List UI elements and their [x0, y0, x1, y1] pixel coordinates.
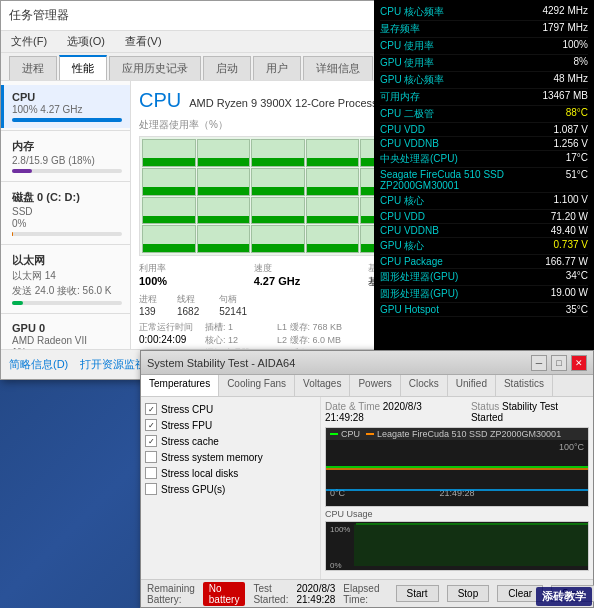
sidebar-ethernet-bar — [12, 301, 122, 305]
watermark-text: 添砖教学 — [542, 590, 586, 602]
cpu-core-10 — [306, 168, 360, 196]
aida-tab-temperatures[interactable]: Temperatures — [141, 375, 219, 396]
aida-tab-voltages[interactable]: Voltages — [295, 375, 350, 396]
hwinfo-row: CPU 使用率100% — [380, 38, 588, 55]
task-manager-title: 任务管理器 — [9, 7, 69, 24]
threads-label: 线程 — [177, 293, 199, 306]
stop-button[interactable]: Stop — [447, 585, 490, 602]
cache-info: L1 缓存: 768 KB L2 缓存: 6.0 MB L3 缓存: 64.0 … — [277, 321, 346, 349]
hwinfo-row-value: 1.256 V — [554, 138, 588, 149]
tab-performance[interactable]: 性能 — [59, 55, 107, 80]
handles-label: 句柄 — [219, 293, 247, 306]
sidebar-item-gpu[interactable]: GPU 0 AMD Radeon VII 1% — [1, 316, 130, 349]
sidebar-item-disk[interactable]: 磁盘 0 (C: D:) SSD 0% — [1, 184, 130, 242]
aida-datetime-row: Date & Time 2020/8/3 21:49:28 Status Sta… — [325, 401, 589, 423]
aida-minimize-btn[interactable]: ─ — [531, 355, 547, 371]
footer-link-brief[interactable]: 简略信息(D) — [9, 357, 68, 372]
aida-tab-clocks[interactable]: Clocks — [401, 375, 448, 396]
cpu-core-20 — [197, 225, 251, 253]
aida-left-panel: Stress CPU Stress FPU Stress cache Stres… — [141, 397, 321, 579]
sidebar-cpu-bar-fill — [12, 118, 122, 122]
hwinfo-row-value: 19.00 W — [551, 287, 588, 301]
hwinfo-row-value: 71.20 W — [551, 211, 588, 222]
hwinfo-row-value: 1.100 V — [554, 194, 588, 208]
tab-users[interactable]: 用户 — [253, 56, 301, 80]
stress-cpu-checkbox[interactable] — [145, 403, 157, 415]
hwinfo-row-label: CPU 核心频率 — [380, 5, 444, 19]
svg-text:100%: 100% — [330, 525, 350, 534]
tab-startup[interactable]: 启动 — [203, 56, 251, 80]
hwinfo-row-label: GPU 核心频率 — [380, 73, 444, 87]
battery-label-text: Remaining Battery: — [147, 583, 195, 605]
cpu-core-15 — [251, 197, 305, 225]
hwinfo-row-value: 48 MHz — [554, 73, 588, 87]
sidebar-ethernet-bar-fill — [12, 301, 23, 305]
cpu-core-9 — [251, 168, 305, 196]
hwinfo-row-label: GPU 使用率 — [380, 56, 434, 70]
stress-gpu-checkbox[interactable] — [145, 483, 157, 495]
cores-info: 插槽: 1 核心: 12 逻辑处理器: 24 虚拟化: 已启用 — [205, 321, 265, 349]
hwinfo-row-value: 4292 MHz — [542, 5, 588, 19]
hwinfo-row-value: 166.77 W — [545, 256, 588, 267]
sidebar-gpu-label: GPU 0 — [12, 322, 122, 334]
stress-cache-checkbox[interactable] — [145, 435, 157, 447]
menu-options[interactable]: 选项(O) — [61, 32, 111, 51]
aida-date-label: Date & Time — [325, 401, 380, 412]
hwinfo-row: Seagate FireCuda 510 SSD ZP2000GM3000151… — [380, 168, 588, 193]
sidebar-cpu-bar — [12, 118, 122, 122]
hwinfo-row-label: CPU Package — [380, 256, 443, 267]
threads-value: 1682 — [177, 306, 199, 317]
temperature-chart: CPU Leagate FireCuda 510 SSD ZP2000GM300… — [325, 427, 589, 507]
aida-window-controls: ─ □ ✕ — [531, 355, 587, 371]
tab-processes[interactable]: 进程 — [9, 56, 57, 80]
hwinfo-row: 显存频率1797 MHz — [380, 21, 588, 38]
hwinfo-row-value: 34°C — [566, 270, 588, 284]
hwinfo-row-value: 1797 MHz — [542, 22, 588, 36]
sidebar-item-cpu[interactable]: CPU 100% 4.27 GHz — [1, 85, 130, 128]
temperature-chart-svg: 51 17 — [326, 440, 588, 500]
stress-mem-checkbox[interactable] — [145, 451, 157, 463]
aida-tab-unified[interactable]: Unified — [448, 375, 496, 396]
aida-maximize-btn[interactable]: □ — [551, 355, 567, 371]
hwinfo-row: 圆形处理器(GPU)19.00 W — [380, 286, 588, 303]
processes-value: 139 — [139, 306, 157, 317]
stress-mem-label: Stress system memory — [161, 452, 263, 463]
hwinfo-row: CPU VDD71.20 W — [380, 210, 588, 224]
battery-badge: No battery — [203, 582, 246, 606]
cpu-core-1 — [142, 139, 196, 167]
hwinfo-row-label: CPU VDDNB — [380, 225, 439, 236]
speed-box: 速度 4.27 GHz — [254, 262, 357, 289]
tab-app-history[interactable]: 应用历史记录 — [109, 56, 201, 80]
aida-close-btn[interactable]: ✕ — [571, 355, 587, 371]
aida-tab-cooling[interactable]: Cooling Fans — [219, 375, 295, 396]
hwinfo-row-label: CPU 核心 — [380, 194, 424, 208]
cpu-core-2 — [197, 139, 251, 167]
stress-cache-label: Stress cache — [161, 436, 219, 447]
hwinfo-row-label: GPU 核心 — [380, 239, 424, 253]
menu-view[interactable]: 查看(V) — [119, 32, 168, 51]
chart-title-bar: CPU Leagate FireCuda 510 SSD ZP2000GM300… — [326, 428, 588, 440]
utilization-label: 利用率 — [139, 262, 242, 275]
stress-fpu-checkbox[interactable] — [145, 419, 157, 431]
start-button[interactable]: Start — [396, 585, 439, 602]
aida-tab-statistics[interactable]: Statistics — [496, 375, 553, 396]
sidebar-ethernet-label: 以太网 — [12, 253, 122, 268]
hwinfo-row-value: 35°C — [566, 304, 588, 315]
stress-mem-row: Stress system memory — [145, 449, 316, 465]
aida-tab-powers[interactable]: Powers — [350, 375, 400, 396]
aida64-titlebar: System Stability Test - AIDA64 ─ □ ✕ — [141, 351, 593, 375]
stress-cpu-row: Stress CPU — [145, 401, 316, 417]
sidebar-disk-label: 磁盘 0 (C: D:) — [12, 190, 122, 205]
sidebar-disk-detail: SSD — [12, 206, 122, 217]
hwinfo-row-label: CPU VDD — [380, 211, 425, 222]
elapsed-label: Elapsed Time: — [343, 583, 379, 605]
stress-disk-checkbox[interactable] — [145, 467, 157, 479]
sidebar-item-ethernet[interactable]: 以太网 以太网 14 发送 24.0 接收: 56.0 K — [1, 247, 130, 311]
hwinfo-row-value: 17°C — [566, 152, 588, 166]
cpu-usage-title: CPU Usage — [325, 509, 589, 519]
sidebar-item-memory[interactable]: 内存 2.8/15.9 GB (18%) — [1, 133, 130, 179]
tab-details[interactable]: 详细信息 — [303, 56, 373, 80]
menu-file[interactable]: 文件(F) — [5, 32, 53, 51]
hwinfo-row-value: 49.40 W — [551, 225, 588, 236]
test-started-value: 2020/8/3 21:49:28 — [296, 583, 335, 605]
